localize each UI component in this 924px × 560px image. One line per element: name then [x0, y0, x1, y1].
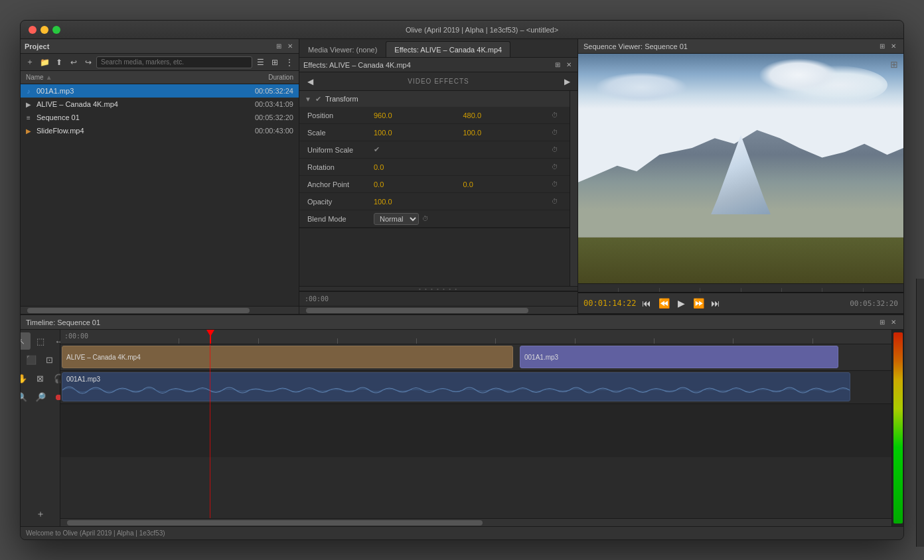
sort-arrow: ▲	[46, 74, 52, 81]
scale-y-value[interactable]: 100.0	[463, 129, 549, 137]
opacity-label: Opacity	[307, 198, 374, 206]
tabs-row: Media Viewer: (none) Effects: ALIVE – Ca…	[299, 39, 578, 58]
viewer-timecode: 00:01:14:22	[583, 299, 637, 308]
status-bar: Welcome to Olive (April 2019 | Alpha | 1…	[21, 526, 903, 539]
step-back-button[interactable]: ⏪	[656, 296, 671, 311]
timeline-section: Timeline: Sequence 01 ⊞ ✕ ↖ ⬚ ↔ ⬛ ⊡ ✋	[21, 314, 903, 526]
position-x-value[interactable]: 960.0	[374, 111, 459, 119]
minimize-button[interactable]	[40, 26, 48, 34]
close-panel-icon[interactable]: ✕	[285, 42, 295, 51]
expand-timeline-icon[interactable]: ⊞	[878, 318, 887, 327]
blend-mode-select[interactable]: Normal Multiply Screen Overlay Add	[374, 213, 419, 225]
main-layout: Project ⊞ ✕ ＋ 📁 ⬆ ↩ ↪ ☰ ⊞ ⋮	[21, 39, 903, 314]
skip-to-end-button[interactable]: ⏭	[708, 296, 723, 311]
scrollbar-thumb	[306, 308, 528, 313]
zoom-out-button[interactable]: 🔎	[32, 388, 49, 405]
video-clip-1[interactable]: ALIVE – Canada 4K.mp4	[62, 346, 513, 368]
item-duration: 00:03:41:09	[236, 100, 296, 108]
trim-tool-button[interactable]: ⊡	[41, 351, 58, 368]
uniform-scale-keyframe-button[interactable]: ⏱	[548, 143, 562, 157]
list-item[interactable]: ≡ Sequence 01 00:05:32:20	[21, 111, 299, 124]
anchor-y-value[interactable]: 0.0	[463, 180, 549, 188]
maximize-button[interactable]	[52, 26, 60, 34]
effects-forward-button[interactable]: ▶	[560, 75, 574, 88]
import-button[interactable]: ⬆	[52, 56, 66, 69]
timeline-ruler: :00:00	[60, 330, 891, 344]
title-bar: Olive (April 2019 | Alpha | 1e3cf53) – <…	[21, 21, 903, 39]
rotation-keyframe-button[interactable]: ⏱	[548, 161, 562, 174]
project-scrollbar-horizontal[interactable]	[21, 306, 299, 314]
play-button[interactable]: ▶	[674, 296, 688, 311]
video-track: ALIVE – Canada 4K.mp4 001A1.mp3	[60, 344, 891, 371]
panel-options-button[interactable]: ⋮	[283, 56, 296, 69]
timeline-title: Timeline: Sequence 01	[26, 318, 875, 326]
transform-header[interactable]: ▼ ✔ Transform	[299, 91, 570, 107]
opacity-row: Opacity 100.0 ⏱	[299, 193, 570, 210]
effects-panel-content: ▼ ✔ Transform Position 960.0 480.0 ⏱	[299, 91, 570, 286]
anchor-x-value[interactable]: 0.0	[374, 180, 459, 188]
opacity-value[interactable]: 100.0	[374, 198, 548, 206]
view-buttons: ☰ ⊞ ⋮	[254, 56, 296, 69]
add-track-button[interactable]: ＋	[34, 508, 47, 521]
resize-handle[interactable]: • • • • • • •	[299, 286, 578, 291]
hand-tool-button[interactable]: ✋	[21, 370, 31, 387]
redo-button[interactable]: ↪	[82, 56, 95, 69]
audio-clip-1[interactable]: 001A1.mp3	[62, 372, 850, 401]
razor-tool-button[interactable]: ⬚	[32, 332, 49, 350]
expand-effects-icon[interactable]: ⊞	[553, 60, 562, 70]
project-list-header: Name ▲ Duration	[21, 71, 299, 84]
effects-scrollbar-vertical[interactable]	[570, 91, 578, 286]
close-button[interactable]	[29, 26, 37, 34]
tab-media-viewer[interactable]: Media Viewer: (none)	[299, 41, 386, 57]
expand-icon[interactable]: ⊞	[274, 42, 283, 51]
effects-toolbar: ◀ VIDEO EFFECTS ▶	[299, 72, 578, 91]
close-viewer-icon[interactable]: ✕	[889, 42, 898, 51]
tracks-area: ALIVE – Canada 4K.mp4 001A1.mp3 001A1.mp…	[60, 344, 891, 518]
scale-x-value[interactable]: 100.0	[374, 129, 459, 137]
rotation-value[interactable]: 0.0	[374, 163, 548, 171]
list-view-button[interactable]: ☰	[254, 56, 267, 69]
list-item[interactable]: ♪ 001A1.mp3 00:05:32:24	[21, 84, 299, 98]
close-timeline-icon[interactable]: ✕	[889, 318, 898, 327]
grid-view-button[interactable]: ⊞	[268, 56, 281, 69]
opacity-keyframe-button[interactable]: ⏱	[548, 195, 562, 208]
column-name-header: Name ▲	[21, 74, 239, 81]
list-item[interactable]: ▶ SlideFlow.mp4 00:00:43:00	[21, 124, 299, 137]
timeline-scrollbar-horizontal[interactable]	[60, 518, 891, 526]
uniform-scale-label: Uniform Scale	[307, 146, 374, 154]
position-y-value[interactable]: 480.0	[463, 111, 549, 119]
tab-effects[interactable]: Effects: ALIVE – Canada 4K.mp4	[386, 41, 510, 57]
effects-back-button[interactable]: ◀	[303, 75, 317, 88]
skip-to-start-button[interactable]: ⏮	[639, 296, 654, 311]
list-item[interactable]: ▶ ALIVE – Canada 4K.mp4 00:03:41:09	[21, 98, 299, 111]
step-forward-button[interactable]: ⏩	[691, 296, 706, 311]
close-effects-icon[interactable]: ✕	[564, 60, 574, 70]
item-name: Sequence 01	[37, 113, 236, 121]
slip-tool-button[interactable]: ⬛	[23, 351, 40, 368]
effects-panel-header: Effects: ALIVE – Canada 4K.mp4 ⊞ ✕	[299, 58, 578, 72]
middle-scrollbar-horizontal[interactable]	[299, 306, 578, 314]
uniform-scale-check[interactable]: ✔	[374, 145, 548, 154]
grid-overlay-icon[interactable]: ⊞	[890, 59, 898, 70]
window-title: Olive (April 2019 | Alpha | 1e3cf53) – <…	[68, 26, 895, 34]
add-media-button[interactable]: ＋	[23, 56, 37, 69]
middle-panels: Media Viewer: (none) Effects: ALIVE – Ca…	[299, 39, 578, 314]
search-input[interactable]	[96, 56, 252, 68]
sequence-viewer-header: Sequence Viewer: Sequence 01 ⊞ ✕	[578, 39, 903, 54]
expand-viewer-icon[interactable]: ⊞	[878, 42, 887, 51]
playhead-arrow-icon	[206, 330, 214, 336]
crop-tool-button[interactable]: ⊠	[32, 370, 49, 387]
transform-enabled-check[interactable]: ✔	[315, 95, 321, 104]
undo-button[interactable]: ↩	[67, 56, 80, 69]
video-clip-2[interactable]: 001A1.mp3	[520, 346, 838, 368]
blend-keyframe-button[interactable]: ⏱	[419, 212, 432, 226]
empty-track-area	[60, 404, 891, 457]
scale-keyframe-button[interactable]: ⏱	[548, 126, 562, 139]
timeline-header: Timeline: Sequence 01 ⊞ ✕	[21, 315, 903, 330]
select-tool-button[interactable]: ↖	[21, 332, 31, 350]
anchor-keyframe-button[interactable]: ⏱	[548, 178, 562, 191]
ruler-playhead	[210, 330, 211, 344]
folder-button[interactable]: 📁	[38, 56, 51, 69]
position-keyframe-button[interactable]: ⏱	[548, 109, 562, 122]
zoom-in-button[interactable]: 🔍	[21, 388, 31, 405]
